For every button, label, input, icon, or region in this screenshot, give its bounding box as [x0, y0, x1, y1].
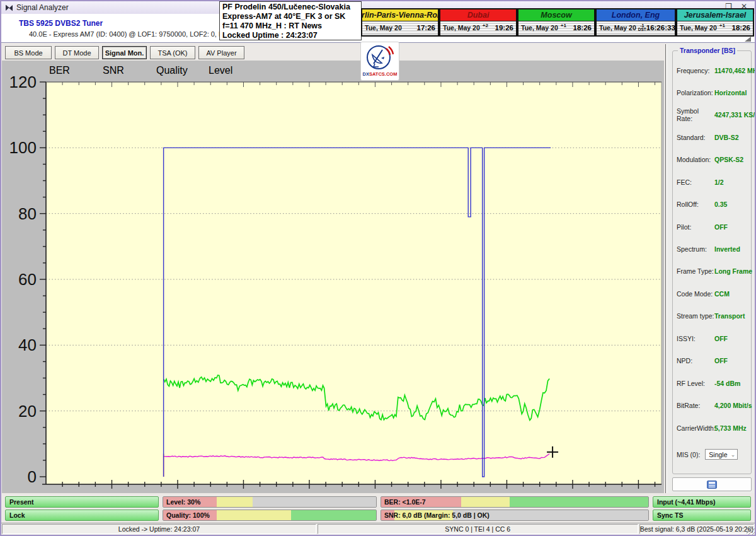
note-line-1: PF Prodelin 450/Lučenec-Slovakia [222, 3, 358, 12]
tab-bs-mode[interactable]: BS Mode [5, 46, 52, 59]
panel-divider [665, 44, 666, 493]
world-clocks: Berlin-Paris-Vienna-Roma Tue, May 20 17:… [361, 8, 754, 37]
transponder-row: Symbol Rate:4247,331 KS/s [677, 111, 750, 119]
clock-utc-offset: +1 [561, 23, 566, 28]
tab-av-player[interactable]: AV Player [198, 46, 244, 59]
clock-date: Tue, May 20 [365, 24, 402, 32]
svg-text:80: 80 [18, 204, 37, 223]
transponder-row: Pilot:OFF [677, 223, 750, 231]
transponder-row: Frequency:11470,462 MHz [677, 66, 750, 74]
transponder-row: RollOff:0.35 [677, 201, 750, 209]
chevron-down-icon: ⌄ [731, 452, 736, 458]
clock-city: Jerusalem-Israel [677, 9, 753, 21]
clock-date: Tue, May 20 [599, 24, 636, 32]
ber-meter: BER: <1.0E-7 [381, 496, 649, 508]
clock-time: 19:26 [495, 24, 513, 32]
clock-city: London, Eng [597, 9, 675, 21]
transponder-row: Code Mode:CCM [677, 289, 750, 298]
tab-dt-mode[interactable]: DT Mode [55, 46, 99, 59]
clock-time: 16:26:33 [646, 24, 675, 32]
note-line-2: Express-AM7 at 40°E_FK 3 or SK [222, 12, 358, 21]
signal-chart-panel: BER SNR Quality Level 020406080100120 [2, 61, 664, 493]
clock-time: 18:26 [573, 24, 592, 32]
status-uptime: Locked -> Uptime: 24:23:07 [2, 524, 316, 534]
input-indicator: Input (~4,41 Mbps) [653, 496, 751, 508]
transponder-row: NPD:OFF [677, 357, 750, 365]
window-resize-grip[interactable] [747, 527, 755, 535]
transponder-row: FEC:1/2 [677, 178, 750, 186]
window-title: Signal Analyzer [16, 3, 69, 12]
antenna-note: PF Prodelin 450/Lučenec-Slovakia Express… [219, 1, 362, 40]
clock-dst-offset: -1 DST [638, 24, 646, 32]
transponder-rows: Frequency:11470,462 MHzPolarization:Hori… [677, 66, 750, 432]
quality-meter: Quality: 100% [163, 510, 377, 521]
meters-area: Present Level: 30% BER: <1.0E-7 Input (~… [0, 494, 756, 523]
mis-label: MIS (0): [677, 451, 700, 458]
svg-text:100: 100 [9, 138, 37, 157]
present-indicator: Present [5, 496, 159, 508]
save-icon [707, 481, 717, 489]
app-icon [5, 4, 13, 12]
clock-dubai: Dubai Tue, May 20 +2 19:26 [439, 8, 517, 37]
transponder-row: ISSYI:OFF [677, 334, 750, 342]
clock-moscow: Moscow Tue, May 20 +1 18:26 [517, 8, 595, 37]
clock-date: Tue, May 20 [443, 24, 480, 32]
sync-ts-indicator: Sync TS [653, 510, 751, 521]
logo-text: DXSATCS.COM [363, 71, 398, 77]
transponder-title: Transponder [BS] [678, 47, 737, 54]
tuner-detail: 40.0E - Express AM7 (ID: 0400) @ LOF1: 9… [29, 30, 251, 38]
status-bar: Locked -> Uptime: 24:23:07 SYNC 0 | TEI … [1, 523, 755, 535]
status-best-signal: Best signal: 6,3 dB (2025-05-19 20:26) [639, 524, 754, 534]
clock-city: Moscow [518, 9, 594, 21]
transponder-row: BitRate:4,200 Mbit/s [677, 402, 750, 410]
svg-text:60: 60 [18, 270, 37, 289]
clock-utc-offset: +2 [483, 23, 488, 28]
transponder-row: Polarization:Horizontal [677, 88, 750, 96]
note-line-4: Locked Uptime : 24:23:07 [222, 31, 358, 40]
transponder-row: Stream type:Transport [677, 312, 750, 320]
transponder-row: Modulation:QPSK-S2 [677, 156, 750, 164]
clock-time: 18:26 [732, 24, 750, 32]
mis-row: MIS (0): Single ⌄ [677, 449, 751, 460]
lock-indicator: Lock [5, 510, 159, 521]
clock-city: Dubai [440, 9, 516, 21]
level-meter: Level: 30% [163, 496, 377, 508]
satellite-dish-icon [365, 42, 395, 73]
transponder-row: Frame Type:Long Frame [677, 267, 750, 276]
transponder-groupbox: Transponder [BS] Frequency:11470,462 MHz… [672, 50, 752, 474]
transponder-row: CarrierWidth:5,733 MHz [677, 424, 750, 432]
tuner-name: TBS 5925 DVBS2 Tuner [19, 19, 103, 28]
clock-date: Tue, May 20 [680, 24, 717, 32]
note-line-3: f=11 470 MHz_H : RT News [222, 21, 358, 31]
mode-tabs: BS Mode DT Mode Signal Mon. TSA (OK) AV … [5, 46, 244, 59]
clock-utc-offset: +1 [719, 23, 725, 28]
tab-signal-mon[interactable]: Signal Mon. [102, 46, 147, 59]
clock-city: Berlin-Paris-Vienna-Roma [362, 9, 438, 21]
save-transponder-button[interactable] [672, 477, 752, 491]
transponder-row: Standard:DVB-S2 [677, 133, 750, 141]
signal-history-plot[interactable]: 020406080100120 [2, 61, 664, 493]
svg-text:0: 0 [28, 467, 37, 486]
snr-meter: SNR: 6,0 dB (Margin: 5,0 dB | OK) [381, 510, 649, 521]
transponder-row: Spectrum:Inverted [677, 245, 750, 253]
svg-text:20: 20 [18, 402, 37, 421]
transponder-row: RF Level:-54 dBm [677, 379, 750, 387]
clock-jerusalem: Jerusalem-Israel Tue, May 20 +1 18:26 [676, 8, 754, 37]
mis-dropdown[interactable]: Single ⌄ [705, 449, 738, 460]
clock-resize-grip[interactable] [745, 37, 751, 42]
clock-date: Tue, May 20 [521, 24, 558, 32]
dxsatcs-logo: DXSATCS.COM [360, 42, 399, 81]
transponder-panel: Transponder [BS] Frequency:11470,462 MHz… [667, 43, 754, 493]
clock-london: London, Eng Tue, May 20 -1 DST 16:26:33 [595, 8, 676, 37]
svg-text:40: 40 [18, 335, 37, 354]
tab-tsa[interactable]: TSA (OK) [150, 46, 195, 59]
clock-time: 17:26 [417, 24, 435, 32]
status-sync-counters: SYNC 0 | TEI 4 | CC 6 [318, 524, 638, 534]
clock-berlin: Berlin-Paris-Vienna-Roma Tue, May 20 17:… [361, 8, 439, 37]
svg-text:120: 120 [9, 73, 37, 91]
